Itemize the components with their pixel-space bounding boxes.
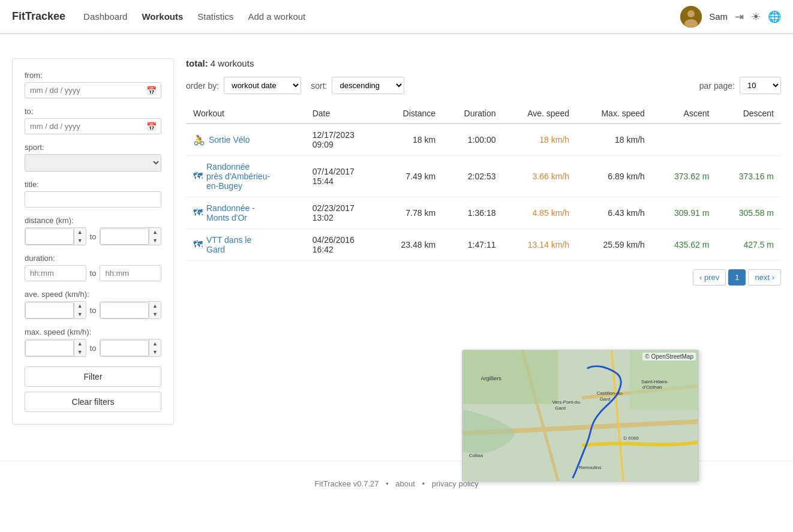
- to-label: to:: [25, 107, 161, 116]
- svg-text:Castillon-du-: Castillon-du-: [597, 390, 624, 396]
- distance-to-up[interactable]: ▲: [149, 228, 161, 236]
- nav-workouts[interactable]: Workouts: [142, 11, 183, 22]
- max-speed-to-input[interactable]: [100, 340, 149, 356]
- order-by-select[interactable]: workout date distance duration ave. spee…: [224, 77, 301, 94]
- sort-label: sort:: [311, 81, 327, 91]
- ave-speed-to-up[interactable]: ▲: [149, 302, 161, 310]
- col-ave-speed: Ave. speed: [503, 104, 576, 124]
- filter-button[interactable]: Filter: [25, 366, 161, 387]
- svg-text:Argilliers: Argilliers: [481, 375, 502, 381]
- duration-cell-2: 2:02:53: [443, 156, 503, 197]
- per-page-group: par page: 10 20 50: [699, 77, 781, 94]
- distance-cell-4: 23.48 km: [379, 229, 443, 261]
- svg-text:Gard: Gard: [600, 396, 611, 402]
- workout-link-2[interactable]: 🗺 Randonnéeprès d'Ambérieu-en-Bugey: [193, 162, 298, 191]
- nav-dashboard[interactable]: Dashboard: [83, 11, 127, 22]
- max-speed-to-up[interactable]: ▲: [149, 339, 161, 348]
- ascent-cell-4: 435.62 m: [652, 229, 717, 261]
- date-cell-4: 04/26/2016 16:42: [305, 229, 379, 261]
- svg-text:Collias: Collias: [469, 453, 483, 458]
- title-label: title:: [25, 180, 161, 189]
- duration-cell-3: 1:36:18: [443, 197, 503, 229]
- pagination: ‹ prev 1 next ›: [186, 269, 781, 285]
- hiking-icon-1: 🗺: [193, 171, 203, 182]
- date-cell-3: 02/23/2017 13:02: [305, 197, 379, 229]
- workout-name-2: Randonnéeprès d'Ambérieu-en-Bugey: [206, 162, 270, 191]
- workout-link-1[interactable]: 🚴 Sortie Vélo: [193, 134, 298, 146]
- ave-speed-to-input[interactable]: [100, 302, 149, 318]
- col-max-speed: Max. speed: [576, 104, 652, 124]
- prev-page-btn[interactable]: ‹ prev: [693, 269, 726, 285]
- workout-link-3[interactable]: 🗺 Randonnée -Monts d'Or: [193, 203, 298, 223]
- descent-cell-4: 427.5 m: [716, 229, 781, 261]
- duration-sep: to: [90, 269, 97, 278]
- table-row: 🗺 Randonnéeprès d'Ambérieu-en-Bugey 07/1…: [186, 156, 781, 197]
- from-date-wrapper: 📅: [25, 82, 161, 98]
- table-row: 🗺 Randonnée -Monts d'Or 02/23/2017 13:02…: [186, 197, 781, 229]
- col-ascent: Ascent: [652, 104, 717, 124]
- ave-speed-from-input[interactable]: [25, 302, 74, 318]
- hiking-icon-2: 🗺: [193, 208, 203, 218]
- ave-speed-from-up[interactable]: ▲: [74, 302, 86, 310]
- footer-brand: FitTrackee: [314, 479, 351, 488]
- ascent-cell-2: 373.62 m: [652, 156, 717, 197]
- max-speed-cell-1: 18 km/h: [576, 124, 652, 156]
- nav-statistics[interactable]: Statistics: [197, 11, 233, 22]
- distance-to-input[interactable]: [100, 229, 149, 245]
- date-cell-2: 07/14/2017 15:44: [305, 156, 379, 197]
- col-descent: Descent: [716, 104, 781, 124]
- theme-icon[interactable]: ☀: [751, 10, 761, 23]
- max-speed-from-spinner: ▲ ▼: [25, 339, 86, 357]
- distance-to-down[interactable]: ▼: [149, 236, 161, 245]
- svg-rect-8: [463, 350, 558, 404]
- distance-from-up[interactable]: ▲: [74, 228, 86, 236]
- footer-about[interactable]: about: [395, 479, 415, 488]
- workout-name-cell-4: 🗺 VTT dans leGard: [186, 229, 305, 261]
- next-page-btn[interactable]: next ›: [748, 269, 781, 285]
- footer-version: v0.7.27: [353, 479, 379, 488]
- nav-links: Dashboard Workouts Statistics Add a work…: [83, 11, 680, 22]
- date-cell-1: 12/17/2023 09:09: [305, 124, 379, 156]
- max-speed-sep: to: [90, 344, 97, 353]
- svg-text:Saint-Hilaire-: Saint-Hilaire-: [641, 379, 669, 384]
- sort-select[interactable]: descending ascending: [332, 77, 404, 94]
- workout-link-4[interactable]: 🗺 VTT dans leGard: [193, 235, 298, 254]
- workout-table: Workout Date Distance Duration Ave. spee…: [186, 104, 781, 261]
- mtb-icon: 🗺: [193, 239, 203, 250]
- dot-2: •: [422, 479, 425, 488]
- sport-select[interactable]: Cycling Hiking Mountain Biking: [25, 154, 161, 172]
- descent-cell-1: [716, 124, 781, 156]
- ave-speed-sep: to: [90, 306, 97, 315]
- sport-label: sport:: [25, 143, 161, 152]
- page-1-btn[interactable]: 1: [728, 269, 746, 285]
- title-input[interactable]: [25, 191, 161, 208]
- distance-from-input[interactable]: [25, 229, 74, 245]
- clear-filters-button[interactable]: Clear filters: [25, 392, 161, 412]
- nav-add-workout[interactable]: Add a workout: [248, 11, 305, 22]
- map-svg: Argilliers Vers-Pont-du- Gard Castillon-…: [462, 350, 698, 481]
- max-speed-from-up[interactable]: ▲: [74, 339, 86, 348]
- ave-speed-label: ave. speed (km/h):: [25, 290, 161, 299]
- per-page-select[interactable]: 10 20 50: [740, 77, 781, 94]
- app-brand[interactable]: FitTrackee: [12, 10, 65, 23]
- workout-name-4: VTT dans leGard: [206, 235, 251, 254]
- max-speed-range: ▲ ▼ to ▲ ▼: [25, 339, 161, 357]
- max-speed-from-down[interactable]: ▼: [74, 348, 86, 356]
- svg-text:Remoulins: Remoulins: [579, 465, 601, 470]
- logout-icon[interactable]: ⇥: [735, 10, 744, 23]
- to-date-input[interactable]: [25, 118, 161, 134]
- distance-from-down[interactable]: ▼: [74, 236, 86, 245]
- workout-name-1: Sortie Vélo: [209, 135, 250, 145]
- language-icon[interactable]: 🌐: [768, 10, 781, 23]
- ave-speed-cell-3: 4.85 km/h: [503, 197, 576, 229]
- max-speed-from-input[interactable]: [25, 340, 74, 356]
- max-speed-to-down[interactable]: ▼: [149, 348, 161, 356]
- from-date-input[interactable]: [25, 82, 161, 98]
- duration-to-input[interactable]: [100, 265, 161, 281]
- ave-speed-to-down[interactable]: ▼: [149, 310, 161, 318]
- from-label: from:: [25, 71, 161, 80]
- duration-from-input[interactable]: [25, 265, 86, 281]
- ave-speed-from-down[interactable]: ▼: [74, 310, 86, 318]
- avatar[interactable]: [680, 6, 702, 28]
- distance-range: ▲ ▼ to ▲ ▼: [25, 227, 161, 245]
